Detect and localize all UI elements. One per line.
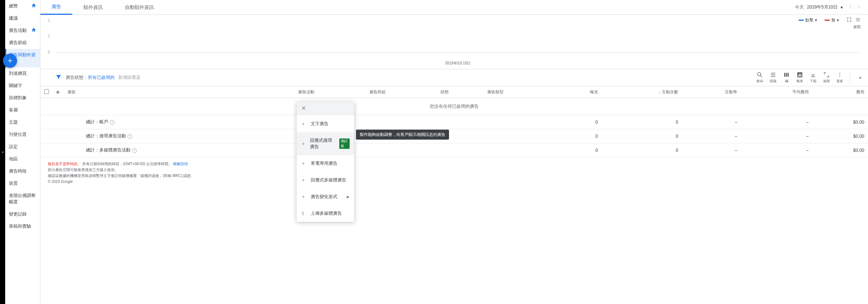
cell-rate: – [682,129,741,143]
tool-more[interactable]: 更多 [836,71,843,84]
main-content: 廣告 額外資訊 自動額外資訊 今天 2019年5月10日 ▾ 〈 〉 點擊▾ 無… [40,0,868,304]
separator [850,73,850,83]
cell-inter: 0 [602,129,682,143]
tab-ads[interactable]: 廣告 [40,0,72,15]
popup-item-label: 上傳多媒體廣告 [311,210,342,217]
date-prev-button[interactable]: 〈 [846,3,853,12]
tool-reports[interactable]: 報表 [796,71,803,84]
nav-adgroups[interactable]: 廣告群組 [5,37,40,49]
plus-icon: ＋ [301,121,306,127]
col-ad[interactable]: 廣告 [64,86,294,98]
tab-extensions[interactable]: 額外資訊 [72,0,114,15]
nav-campaigns[interactable]: 廣告活動 [5,24,40,37]
sidebar-collapse-button[interactable] [0,0,5,304]
arrow-right-icon: ➤ [346,194,350,200]
nav-recommendations[interactable]: 建議 [5,12,40,24]
nav-ad-schedule[interactable]: 廣告時段 [5,165,40,177]
learn-more-link[interactable]: 瞭解詳情 [173,162,188,166]
footer-line2: 部分廣告空間可能會透過第三方媒介提供。 [48,167,861,173]
popup-text-ad[interactable]: ＋ 文字廣告 [297,116,354,132]
col-avgcost[interactable]: 平均費用 [741,86,812,98]
nav-label: 目標對象 [9,95,27,101]
sort-down-icon: ↓ [659,90,661,94]
tool-expand[interactable]: 展開 [823,71,830,84]
nav-bid-adjustments[interactable]: 進階出價調整幅度 [5,190,40,208]
popup-ad-variations[interactable]: ＋ 廣告變化形式 ➤ [297,188,354,205]
filter-bar: 廣告狀態：所有已啟用的 新增篩選器 搜尋 區隔 欄 報表 下載 展開 更多 [40,69,868,86]
col-status[interactable]: 狀態 [437,86,483,98]
home-icon [31,27,36,34]
nav-audiences[interactable]: 目標對象 [5,92,40,104]
svg-rect-1 [784,73,785,77]
nav-change-history[interactable]: 變更記錄 [5,208,40,220]
footer-warning: 報告並不是即時的。 [48,162,81,166]
tooltip: 製作能夠自動調整，向客戶顯示相關訊息的廣告 [356,130,449,140]
popup-responsive-search-ad[interactable]: ＋ 回應式搜尋廣告 測試版 [297,132,354,155]
x-axis-label: 2019年5月10日 [55,59,861,69]
col-adtype[interactable]: 廣告類型 [483,86,555,98]
columns-icon [783,71,790,78]
date-today-label: 今天 [795,4,804,10]
tool-search[interactable]: 搜尋 [756,71,763,84]
help-icon[interactable]: ? [132,148,137,153]
empty-state-row: 您沒有任何已啟用的廣告 [40,98,868,115]
nav-locations[interactable]: 地區 [5,153,40,165]
col-adgroup[interactable]: 廣告群組 [366,86,437,98]
nav-demographics[interactable]: 客層 [5,104,40,116]
plus-icon: ＋ [301,141,306,147]
nav-label: 建議 [9,15,18,21]
popup-responsive-display-ad[interactable]: ＋ 回應式多媒體廣告 [297,172,354,188]
nav-label: 草稿和實驗 [9,223,31,230]
tool-download[interactable]: 下載 [810,71,816,84]
select-all-checkbox[interactable] [44,89,49,94]
tool-segment[interactable]: 區隔 [770,71,776,84]
segment-icon [770,71,776,78]
nav-landing-pages[interactable]: 到達網頁 [5,67,40,80]
svg-rect-6 [799,74,800,77]
line-chart: 2 1 0 [55,19,861,59]
cell-cost: $0.00 [812,129,868,143]
chevron-left-icon [1,150,4,154]
col-impressions[interactable]: 曝光 [555,86,602,98]
nav-settings[interactable]: 設定 [5,141,40,153]
nav-topics[interactable]: 主題 [5,116,40,128]
nav-placements[interactable]: 刊登位置 [5,128,40,141]
popup-upload-display-ad[interactable]: ⇪ 上傳多媒體廣告 [297,205,354,222]
nav-label: 關鍵字 [9,83,22,89]
nav-devices[interactable]: 裝置 [5,177,40,190]
tool-columns[interactable]: 欄 [783,71,790,84]
popup-call-only-ad[interactable]: ＋ 來電專用廣告 [297,155,354,172]
add-filter-button[interactable]: 新增篩選器 [118,74,141,81]
summary-label: 總計：搜尋廣告活動 [86,133,126,138]
nav-label: 裝置 [9,180,18,187]
cell-impr: 0 [555,129,602,143]
nav-keywords[interactable]: 關鍵字 [5,80,40,92]
upload-icon: ⇪ [301,211,306,216]
popup-close-button[interactable] [297,102,354,116]
footer: 報告並不是即時的。 所有日期與時間的時區：(GMT+08:00) 台北標準時間。… [40,157,868,188]
col-cost[interactable]: 費用 [812,86,868,98]
popup-item-label: 回應式多媒體廣告 [311,177,346,183]
expand-icon [823,71,830,78]
cell-avg: – [741,115,812,129]
plus-icon: ＋ [301,177,306,183]
filter-chip[interactable]: 廣告狀態：所有已啟用的 [66,74,115,81]
tool-collapse[interactable] [857,74,864,81]
reports-icon [796,71,803,78]
cell-cost: $0.00 [812,143,868,157]
date-next-button[interactable]: 〉 [856,3,864,12]
cell-inter: 0 [602,143,682,157]
date-picker[interactable]: 今天 2019年5月10日 ▾ 〈 〉 [795,3,868,12]
col-campaign[interactable]: 廣告活動 [294,86,366,98]
date-value: 2019年5月10日 [807,4,838,10]
cell-avg: – [741,143,812,157]
col-interactions[interactable]: ↓ 互動次數 [602,86,682,98]
nav-overview[interactable]: 總覽 [5,0,40,12]
nav-drafts-experiments[interactable]: 草稿和實驗 [5,220,40,233]
tab-auto-extensions[interactable]: 自動額外資訊 [114,0,165,15]
help-icon[interactable]: ? [110,120,115,125]
col-rate[interactable]: 互動率 [682,86,741,98]
help-icon[interactable]: ? [128,134,132,139]
nav-label: 變更記錄 [9,211,27,217]
cell-inter: 0 [602,115,682,129]
